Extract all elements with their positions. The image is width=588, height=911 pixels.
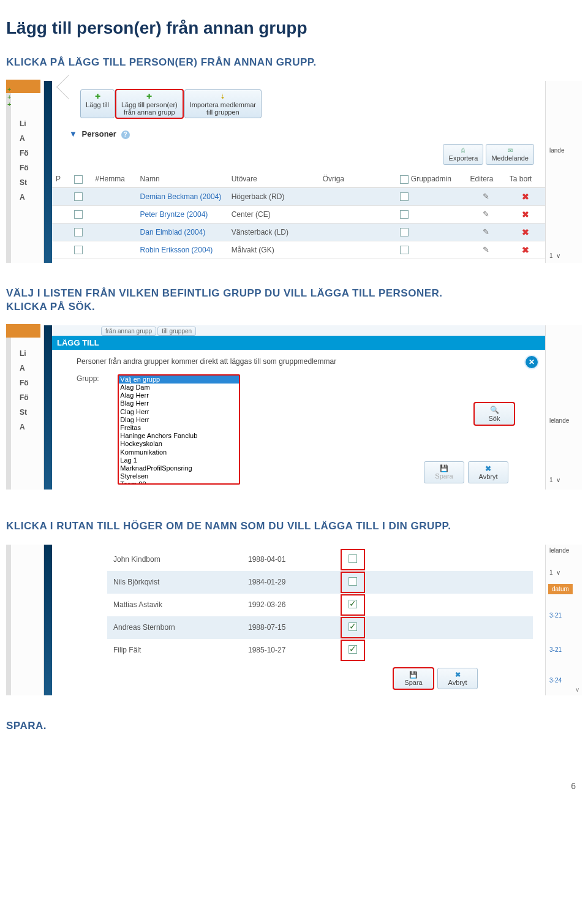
select-persons-table: John Kindbom1988-04-01Nils Björkqvist198… xyxy=(107,548,533,662)
group-option[interactable]: Freitas xyxy=(119,424,239,432)
add-from-group-button[interactable]: ✚ Lägg till person(er) från annan grupp xyxy=(116,89,183,118)
left-label: St xyxy=(20,175,29,190)
help-icon[interactable]: ? xyxy=(121,130,130,139)
button-label: Avbryt xyxy=(448,679,467,686)
save-button[interactable]: 💾 Spara xyxy=(393,668,434,689)
col-editera: Editera xyxy=(467,171,506,187)
col-tabort: Ta bort xyxy=(506,171,545,187)
select-checkbox[interactable] xyxy=(349,600,357,608)
instruction-1: KLICKA PÅ LÄGG TILL PERSON(ER) FRÅN ANNA… xyxy=(6,56,582,69)
group-option[interactable]: Alag Dam xyxy=(119,384,239,391)
person-name: Mattias Astavik xyxy=(107,594,242,616)
left-label: Fö xyxy=(20,161,29,175)
person-name-link[interactable]: Peter Bryntze (2004) xyxy=(140,210,208,219)
save-button[interactable]: 💾 Spara xyxy=(424,461,464,483)
search-button[interactable]: 🔍 Sök xyxy=(474,403,514,425)
message-icon: ✉ xyxy=(491,147,529,154)
group-option[interactable]: Team 00 xyxy=(119,480,239,485)
select-checkbox[interactable] xyxy=(349,622,357,631)
button-label: Sök xyxy=(489,415,500,422)
delete-icon[interactable]: ✖ xyxy=(522,210,529,219)
fragment-text: 3-24 xyxy=(549,677,562,684)
row-checkbox[interactable] xyxy=(74,246,83,254)
close-icon[interactable]: ✕ xyxy=(526,356,538,368)
fragment-text: lelande xyxy=(549,547,569,554)
delete-icon[interactable]: ✖ xyxy=(522,245,529,255)
fragment-text: 3-21 xyxy=(549,612,562,619)
gruppadmin-checkbox[interactable] xyxy=(400,192,409,201)
import-members-button[interactable]: ⇣ Importera medlemmar till gruppen xyxy=(184,89,262,118)
table-row: Dan Elmblad (2004)Vänsterback (LD)✎✖ xyxy=(52,223,545,241)
group-option[interactable]: Hockeyskolan xyxy=(119,440,239,448)
cancel-button[interactable]: ✖ Avbryt xyxy=(468,461,508,483)
gruppadmin-checkbox[interactable] xyxy=(400,246,409,254)
fragment-text: datum xyxy=(548,584,573,594)
right-background-strip: lelande 1 ∨ datum 3-21 3-21 3-24 ∨ xyxy=(545,545,582,695)
row-checkbox[interactable] xyxy=(74,192,83,201)
edit-icon[interactable]: ✎ xyxy=(483,245,489,254)
instruction-4: SPARA. xyxy=(6,720,582,732)
table-row: Andreas Sternborn1988-07-15 xyxy=(107,616,533,639)
add-button[interactable]: ✚ Lägg till xyxy=(80,89,115,118)
group-select[interactable]: Välj en gruppAlag DamAlag HerrBlag HerrC… xyxy=(118,374,240,485)
section-header[interactable]: ▼ Personer ? xyxy=(69,129,545,139)
gruppadmin-checkbox[interactable] xyxy=(400,210,409,219)
group-option[interactable]: Alag Herr xyxy=(119,391,239,399)
fragment-text: 3-21 xyxy=(549,646,562,653)
button-label: Avbryt xyxy=(479,473,498,480)
instruction-2a: VÄLJ I LISTEN FRÅN VILKEN BEFINTLIG GRUP… xyxy=(6,287,582,300)
cancel-button[interactable]: ✖ Avbryt xyxy=(437,668,478,689)
edit-icon[interactable]: ✎ xyxy=(483,210,489,219)
group-option[interactable]: Haninge Anchors Fanclub xyxy=(119,432,239,440)
delete-icon[interactable]: ✖ xyxy=(522,227,529,237)
button-label: Spara xyxy=(404,679,422,686)
group-option[interactable]: Styrelsen xyxy=(119,472,239,480)
group-option[interactable]: Blag Herr xyxy=(119,399,239,407)
col-gruppadmin[interactable]: Gruppadmin xyxy=(396,171,467,187)
person-name-link[interactable]: Dan Elmblad (2004) xyxy=(140,228,206,236)
save-icon: 💾 xyxy=(399,671,428,679)
button-label: Exportera xyxy=(449,154,478,162)
utovare-cell: Vänsterback (LD) xyxy=(228,223,319,241)
col-checkbox[interactable] xyxy=(70,171,91,187)
gruppadmin-checkbox[interactable] xyxy=(400,228,409,236)
left-label: St xyxy=(20,405,29,420)
group-option[interactable]: Kommunikation xyxy=(119,448,239,456)
plus-icon: ✚ xyxy=(86,93,109,100)
message-button[interactable]: ✉ Meddelande xyxy=(486,144,534,165)
group-option[interactable]: Dlag Herr xyxy=(119,416,239,424)
person-dob: 1988-07-15 xyxy=(242,616,340,639)
person-name-link[interactable]: Robin Eriksson (2004) xyxy=(140,246,213,254)
plus-icons: +++ xyxy=(7,86,13,108)
save-icon: 💾 xyxy=(429,464,459,472)
edit-icon[interactable]: ✎ xyxy=(483,192,489,201)
edit-icon[interactable]: ✎ xyxy=(483,227,489,236)
person-dob: 1992-03-26 xyxy=(242,594,340,616)
select-checkbox[interactable] xyxy=(349,577,357,586)
select-checkbox[interactable] xyxy=(349,554,357,563)
context-button: till gruppen xyxy=(157,327,196,336)
button-label: Meddelande xyxy=(491,154,529,162)
orange-tab xyxy=(6,324,40,338)
left-label: A xyxy=(20,131,29,146)
person-name-link[interactable]: Demian Beckman (2004) xyxy=(140,192,222,201)
delete-icon[interactable]: ✖ xyxy=(522,192,529,202)
button-label: Lägg till xyxy=(86,101,109,108)
group-option[interactable]: Clag Herr xyxy=(119,408,239,416)
group-option[interactable]: Lag 1 xyxy=(119,456,239,464)
right-background-strip: lelande 1 ∨ xyxy=(545,325,582,490)
left-label: A xyxy=(20,361,29,376)
left-label: A xyxy=(20,420,29,434)
cut-off-labels: Li A Fö Fö St A xyxy=(20,346,29,434)
group-option[interactable]: Välj en grupp xyxy=(119,376,239,384)
scroll-icon[interactable]: ∨ xyxy=(575,686,579,693)
left-background-strip: +++ Li A Fö Fö St A xyxy=(6,81,44,263)
person-dob: 1985-10-27 xyxy=(242,639,340,662)
select-checkbox[interactable] xyxy=(349,645,357,654)
export-button[interactable]: ⎙ Exportera xyxy=(443,144,483,165)
table-row: Peter Bryntze (2004)Center (CE)✎✖ xyxy=(52,205,545,223)
row-checkbox[interactable] xyxy=(74,228,83,236)
row-checkbox[interactable] xyxy=(74,210,83,219)
group-option[interactable]: MarknadProfilSponsring xyxy=(119,464,239,472)
left-label: Fö xyxy=(20,146,29,161)
